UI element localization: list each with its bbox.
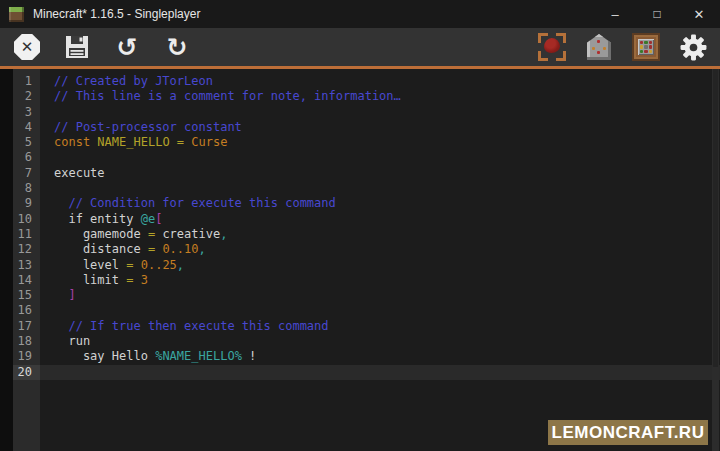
code-line[interactable]: 20	[0, 365, 720, 380]
code-line[interactable]: 9 // Condition for execute this command	[0, 196, 720, 211]
undo-button[interactable]: ↺	[112, 32, 142, 62]
code-line[interactable]: 18 run	[0, 334, 720, 349]
code-text: // This line is a comment for note, info…	[40, 89, 720, 104]
line-number: 1	[0, 74, 40, 89]
toolbar-right-group	[537, 32, 708, 62]
code-text: // Post-processor constant	[40, 120, 720, 135]
code-text: limit = 3	[40, 273, 720, 288]
line-number: 16	[0, 303, 40, 318]
crafting-gui-button[interactable]	[631, 32, 661, 62]
line-number: 7	[0, 166, 40, 181]
save-button[interactable]	[62, 32, 92, 62]
redstone-selection-icon	[538, 33, 566, 61]
line-number: 18	[0, 334, 40, 349]
code-text: distance = 0..10,	[40, 242, 720, 257]
line-number: 3	[0, 105, 40, 120]
watermark-text: LEMONCRAFT.RU	[552, 423, 705, 443]
code-line[interactable]: 4// Post-processor constant	[0, 120, 720, 135]
minimize-icon: –	[611, 7, 618, 22]
line-number: 20	[0, 365, 40, 380]
code-line[interactable]: 10 if entity @e[	[0, 212, 720, 227]
code-line[interactable]: 1// Created by JTorLeon	[0, 74, 720, 89]
line-number: 12	[0, 242, 40, 257]
code-text	[40, 365, 720, 380]
code-lines: 1// Created by JTorLeon2// This line is …	[0, 74, 720, 380]
code-line[interactable]: 17 // If true then execute this command	[0, 319, 720, 334]
line-number: 8	[0, 181, 40, 196]
code-line[interactable]: 15 ]	[0, 288, 720, 303]
minecraft-editor-window: Minecraft* 1.16.5 - Singleplayer – □ ✕ ✕	[0, 0, 720, 451]
grass-block-icon	[9, 7, 24, 22]
code-text: gamemode = creative,	[40, 227, 720, 242]
close-file-button[interactable]: ✕	[12, 32, 42, 62]
code-text: if entity @e[	[40, 212, 720, 227]
line-number: 13	[0, 258, 40, 273]
house-icon	[587, 34, 611, 60]
structure-home-button[interactable]	[584, 32, 614, 62]
title-bar: Minecraft* 1.16.5 - Singleplayer – □ ✕	[0, 0, 720, 28]
redo-button[interactable]: ↻	[162, 32, 192, 62]
code-text	[40, 105, 720, 120]
code-text: // Created by JTorLeon	[40, 74, 720, 89]
settings-button[interactable]	[678, 32, 708, 62]
toolbar-left-group: ✕ ↺ ↻	[12, 32, 192, 62]
code-line[interactable]: 16	[0, 303, 720, 318]
code-line[interactable]: 7execute	[0, 166, 720, 181]
code-text: // Condition for execute this command	[40, 196, 720, 211]
line-number: 9	[0, 196, 40, 211]
code-text: ]	[40, 288, 720, 303]
code-text: run	[40, 334, 720, 349]
undo-arrow-icon: ↺	[117, 35, 138, 60]
watermark-badge: LEMONCRAFT.RU	[548, 420, 708, 445]
code-text	[40, 181, 720, 196]
code-text: say Hello %NAME_HELLO% !	[40, 349, 720, 364]
close-button[interactable]: ✕	[678, 0, 720, 28]
code-text: level = 0..25,	[40, 258, 720, 273]
code-text	[40, 303, 720, 318]
code-text: // If true then execute this command	[40, 319, 720, 334]
line-number: 6	[0, 150, 40, 165]
code-line[interactable]: 11 gamemode = creative,	[0, 227, 720, 242]
line-number: 11	[0, 227, 40, 242]
code-line[interactable]: 3	[0, 105, 720, 120]
gear-icon	[680, 34, 707, 61]
line-number: 19	[0, 349, 40, 364]
maximize-button[interactable]: □	[636, 0, 678, 28]
code-line[interactable]: 12 distance = 0..10,	[0, 242, 720, 257]
code-line[interactable]: 14 limit = 3	[0, 273, 720, 288]
redstone-selection-button[interactable]	[537, 32, 567, 62]
line-number: 14	[0, 273, 40, 288]
floppy-save-icon	[64, 34, 90, 60]
code-line[interactable]: 13 level = 0..25,	[0, 258, 720, 273]
line-number: 17	[0, 319, 40, 334]
close-icon: ✕	[694, 7, 705, 22]
code-editor[interactable]: 1// Created by JTorLeon2// This line is …	[0, 69, 720, 451]
line-number: 15	[0, 288, 40, 303]
code-line[interactable]: 19 say Hello %NAME_HELLO% !	[0, 349, 720, 364]
window-title: Minecraft* 1.16.5 - Singleplayer	[33, 7, 200, 21]
code-line[interactable]: 2// This line is a comment for note, inf…	[0, 89, 720, 104]
maximize-icon: □	[653, 7, 660, 21]
vertical-scrollbar[interactable]	[712, 69, 719, 451]
toolbar: ✕ ↺ ↻	[0, 28, 720, 69]
line-number: 10	[0, 212, 40, 227]
code-text	[40, 150, 720, 165]
redo-arrow-icon: ↻	[167, 35, 188, 60]
code-text: const NAME_HELLO = Curse	[40, 135, 720, 150]
octagon-x-icon: ✕	[14, 34, 40, 60]
code-line[interactable]: 8	[0, 181, 720, 196]
code-line[interactable]: 6	[0, 150, 720, 165]
code-line[interactable]: 5const NAME_HELLO = Curse	[0, 135, 720, 150]
line-number: 4	[0, 120, 40, 135]
minimize-button[interactable]: –	[594, 0, 636, 28]
scrollbar-thumb[interactable]	[713, 69, 718, 367]
crafting-table-icon	[632, 33, 660, 61]
code-text: execute	[40, 166, 720, 181]
line-number: 2	[0, 89, 40, 104]
line-number: 5	[0, 135, 40, 150]
